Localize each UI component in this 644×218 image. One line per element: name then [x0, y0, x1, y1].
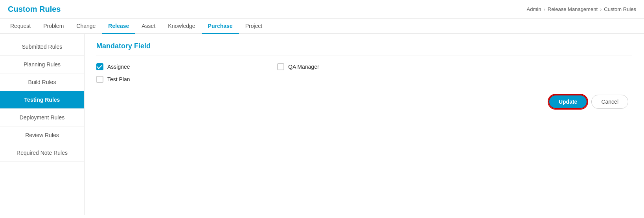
top-header: Custom Rules Admin › Release Management …	[0, 0, 644, 19]
sidebar-item-deployment-rules[interactable]: Deployment Rules	[0, 109, 84, 126]
breadcrumb-admin: Admin	[527, 6, 541, 12]
sidebar-item-review-rules[interactable]: Review Rules	[0, 126, 84, 144]
field-label-qa-manager: QA Manager	[288, 64, 319, 70]
tab-knowledge[interactable]: Knowledge	[162, 19, 201, 34]
field-row-qa-manager: QA Manager	[277, 63, 450, 70]
breadcrumb-sep-2: ›	[600, 6, 602, 12]
section-title: Mandatory Field	[96, 42, 632, 50]
tab-problem[interactable]: Problem	[37, 19, 70, 34]
sidebar-item-build-rules[interactable]: Build Rules	[0, 73, 84, 91]
checkbox-test-plan[interactable]	[96, 76, 103, 83]
tab-change[interactable]: Change	[70, 19, 102, 34]
field-row-assignee: Assignee	[96, 63, 269, 70]
main-layout: Submitted Rules Planning Rules Build Rul…	[0, 34, 644, 215]
content-area: Mandatory Field Assignee QA Manager Test…	[85, 34, 644, 215]
sidebar-item-submitted-rules[interactable]: Submitted Rules	[0, 38, 84, 56]
breadcrumb-current: Custom Rules	[604, 6, 636, 12]
checkbox-assignee[interactable]	[96, 63, 103, 70]
tab-project[interactable]: Project	[239, 19, 269, 34]
tab-release[interactable]: Release	[102, 19, 135, 34]
breadcrumb-release-mgmt: Release Management	[548, 6, 598, 12]
checkbox-qa-manager[interactable]	[277, 63, 284, 70]
field-row-test-plan: Test Plan	[96, 76, 269, 83]
tab-request[interactable]: Request	[4, 19, 37, 34]
page-title: Custom Rules	[8, 5, 61, 14]
fields-grid: Assignee QA Manager Test Plan	[96, 63, 450, 83]
sidebar: Submitted Rules Planning Rules Build Rul…	[0, 34, 85, 215]
sidebar-item-testing-rules[interactable]: Testing Rules	[0, 91, 84, 109]
field-label-assignee: Assignee	[107, 64, 130, 70]
breadcrumb-sep-1: ›	[543, 6, 545, 12]
sidebar-item-planning-rules[interactable]: Planning Rules	[0, 56, 84, 73]
breadcrumb: Admin › Release Management › Custom Rule…	[527, 6, 636, 12]
tab-purchase[interactable]: Purchase	[202, 19, 239, 34]
sidebar-item-required-note-rules[interactable]: Required Note Rules	[0, 144, 84, 162]
field-label-test-plan: Test Plan	[107, 76, 130, 82]
update-button[interactable]: Update	[548, 95, 587, 109]
divider	[96, 55, 632, 55]
cancel-button[interactable]: Cancel	[591, 95, 628, 109]
tab-asset[interactable]: Asset	[135, 19, 162, 34]
top-nav: Request Problem Change Release Asset Kno…	[0, 19, 644, 34]
action-row: Update Cancel	[96, 95, 632, 109]
